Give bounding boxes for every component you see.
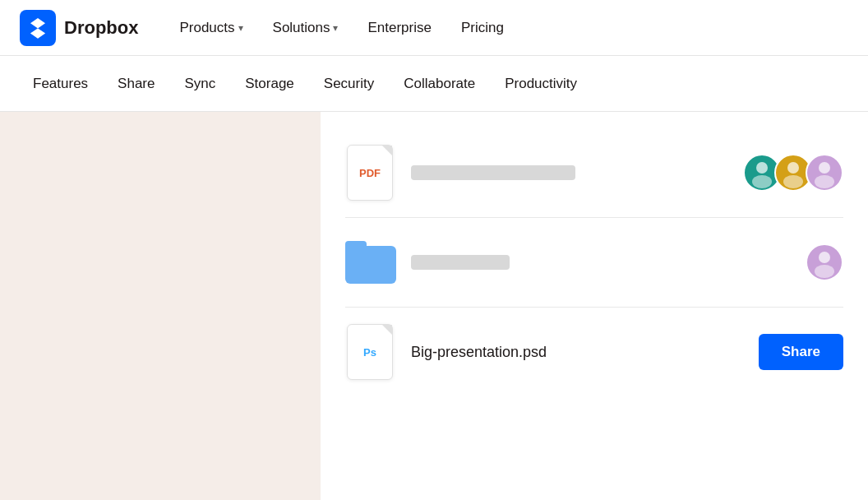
brand-name: Dropbox: [64, 17, 138, 39]
person-icon: [778, 157, 809, 188]
file-info: [411, 255, 789, 270]
nav-item-solutions[interactable]: Solutions ▾: [261, 13, 350, 43]
svg-point-7: [819, 252, 830, 263]
person-icon: [809, 247, 840, 278]
second-navigation: Features Share Sync Storage Security Col…: [0, 56, 868, 112]
folder-icon-container: [345, 233, 395, 292]
file-name-placeholder: [411, 165, 575, 180]
nav-features[interactable]: Features: [20, 69, 101, 99]
pdf-icon-container: PDF: [345, 143, 395, 202]
avatar-group: [743, 154, 843, 192]
svg-point-5: [819, 162, 830, 174]
ps-file-icon: Ps: [347, 324, 393, 380]
avatar-group: [806, 243, 843, 281]
nav-links: Products ▾ Solutions ▾ Enterprise Pricin…: [168, 13, 848, 43]
chevron-down-icon: ▾: [333, 22, 338, 34]
svg-point-2: [752, 175, 772, 188]
file-row: [345, 218, 843, 308]
logo-link[interactable]: Dropbox: [20, 10, 138, 46]
file-name: Big-presentation.psd: [411, 344, 547, 360]
person-icon: [746, 157, 778, 188]
dropbox-logo-icon: [20, 10, 56, 46]
person-icon: [809, 157, 840, 188]
folder-body: [345, 246, 396, 284]
avatar: [806, 154, 843, 192]
svg-point-3: [787, 162, 799, 174]
share-button[interactable]: Share: [759, 334, 843, 370]
svg-point-8: [815, 265, 834, 278]
pdf-file-icon: PDF: [347, 145, 393, 201]
nav-security[interactable]: Security: [311, 69, 387, 99]
file-row: Ps Big-presentation.psd Share: [345, 308, 843, 396]
file-info: Big-presentation.psd: [411, 344, 742, 361]
top-navigation: Dropbox Products ▾ Solutions ▾ Enterpris…: [0, 0, 868, 56]
svg-point-1: [756, 162, 768, 174]
file-info: [411, 165, 727, 180]
file-list-area: PDF: [321, 112, 868, 500]
nav-share[interactable]: Share: [104, 69, 168, 99]
folder-file-icon: [345, 241, 395, 284]
nav-item-pricing[interactable]: Pricing: [450, 13, 515, 43]
file-row: PDF: [345, 128, 843, 218]
nav-productivity[interactable]: Productivity: [492, 69, 590, 99]
main-content: PDF: [0, 112, 868, 500]
left-sidebar: [0, 112, 321, 500]
svg-point-6: [815, 175, 834, 188]
nav-storage[interactable]: Storage: [232, 69, 307, 99]
nav-collaborate[interactable]: Collaborate: [390, 69, 488, 99]
chevron-down-icon: ▾: [238, 22, 243, 34]
nav-item-enterprise[interactable]: Enterprise: [356, 13, 442, 43]
avatar: [806, 243, 843, 281]
nav-sync[interactable]: Sync: [171, 69, 229, 99]
nav-item-products[interactable]: Products ▾: [168, 13, 254, 43]
svg-point-4: [783, 175, 803, 188]
file-name-placeholder: [411, 255, 510, 270]
ps-icon-container: Ps: [345, 322, 395, 382]
